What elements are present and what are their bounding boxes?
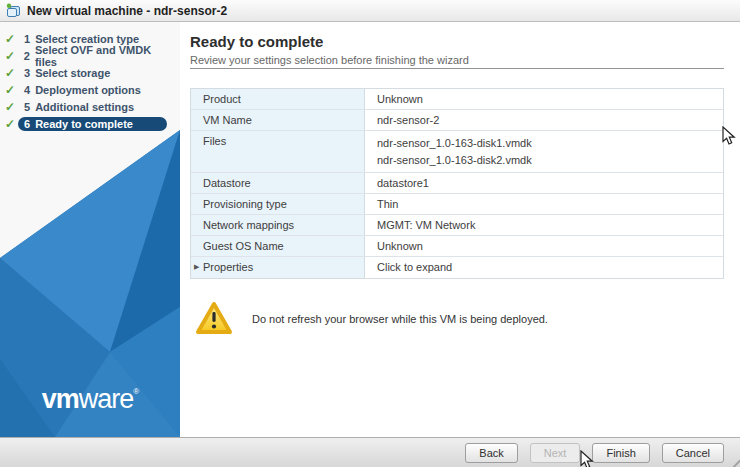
table-row-product: Product Unknown [191, 89, 723, 110]
wizard-window: New virtual machine - ndr-sensor-2 ✓ 1Se… [0, 0, 740, 467]
check-icon: ✓ [5, 83, 18, 97]
step-number: 3 [24, 67, 30, 79]
table-row-vm-name: VM Name ndr-sensor-2 [191, 110, 723, 131]
check-icon: ✓ [5, 100, 18, 114]
step-label: Select storage [35, 67, 110, 79]
page-subtitle: Review your settings selection before fi… [190, 54, 469, 66]
resize-grip-icon[interactable] [727, 454, 740, 467]
check-icon: ✓ [5, 49, 18, 63]
table-row-guest-os-name: Guest OS Name Unknown [191, 236, 723, 257]
deployment-warning: Do not refresh your browser while this V… [194, 300, 548, 337]
cancel-button[interactable]: Cancel [662, 443, 724, 463]
vmware-logo: vmware® [0, 384, 180, 415]
step-label: Deployment options [35, 84, 141, 96]
check-icon: ✓ [5, 32, 18, 46]
row-label[interactable]: ▶ Properties [191, 257, 365, 278]
header-divider [190, 68, 724, 69]
table-row-files: Files ndr-sensor_1.0-163-disk1.vmdk ndr-… [191, 131, 723, 173]
page-title: Ready to complete [190, 33, 323, 50]
row-label: VM Name [191, 110, 365, 130]
row-value: Unknown [365, 236, 723, 256]
wizard-content-pane: Ready to complete Review your settings s… [180, 22, 740, 437]
back-button[interactable]: Back [465, 443, 517, 463]
row-label: Guest OS Name [191, 236, 365, 256]
chevron-right-icon[interactable]: ▶ [194, 263, 199, 271]
table-row-datastore: Datastore datastore1 [191, 173, 723, 194]
sidebar-step-5[interactable]: ✓ 5Additional settings [0, 98, 180, 115]
wizard-step-list: ✓ 1Select creation type ✓ 2Select OVF an… [0, 30, 180, 132]
sidebar-step-2[interactable]: ✓ 2Select OVF and VMDK files [0, 47, 180, 64]
wizard-footer: Back Next Finish Cancel [0, 437, 740, 467]
wizard-steps-sidebar: ✓ 1Select creation type ✓ 2Select OVF an… [0, 22, 180, 437]
check-icon: ✓ [5, 117, 18, 131]
window-title: New virtual machine - ndr-sensor-2 [27, 4, 227, 18]
step-number: 4 [24, 84, 30, 96]
row-label: Provisioning type [191, 194, 365, 214]
row-value: ndr-sensor-2 [365, 110, 723, 130]
step-label: Additional settings [35, 101, 134, 113]
warning-triangle-icon [194, 300, 234, 337]
sidebar-step-4[interactable]: ✓ 4Deployment options [0, 81, 180, 98]
step-number: 5 [24, 101, 30, 113]
warning-message: Do not refresh your browser while this V… [252, 313, 548, 325]
step-number: 2 [24, 50, 30, 62]
next-button[interactable]: Next [530, 443, 581, 463]
table-row-properties[interactable]: ▶ Properties Click to expand [191, 257, 723, 278]
window-titlebar: New virtual machine - ndr-sensor-2 [0, 0, 740, 22]
row-value: datastore1 [365, 173, 723, 193]
finish-button[interactable]: Finish [592, 443, 649, 463]
row-label: Files [191, 131, 365, 172]
table-row-network-mappings: Network mappings MGMT: VM Network [191, 215, 723, 236]
row-label: Network mappings [191, 215, 365, 235]
row-value: MGMT: VM Network [365, 215, 723, 235]
file-name: ndr-sensor_1.0-163-disk2.vmdk [377, 152, 719, 169]
row-value-expandable[interactable]: Click to expand [365, 257, 723, 278]
step-label: Select OVF and VMDK files [35, 44, 174, 68]
check-icon: ✓ [5, 66, 18, 80]
new-vm-icon [6, 3, 21, 18]
row-value: Thin [365, 194, 723, 214]
file-name: ndr-sensor_1.0-163-disk1.vmdk [377, 135, 719, 152]
row-label: Datastore [191, 173, 365, 193]
row-value: ndr-sensor_1.0-163-disk1.vmdk ndr-sensor… [365, 131, 723, 172]
row-label: Product [191, 89, 365, 109]
table-row-provisioning-type: Provisioning type Thin [191, 194, 723, 215]
row-value: Unknown [365, 89, 723, 109]
summary-table: Product Unknown VM Name ndr-sensor-2 Fil… [190, 88, 724, 279]
sidebar-step-6-active[interactable]: ✓ 6Ready to complete [0, 115, 180, 132]
step-number: 6 [24, 118, 30, 130]
step-label: Ready to complete [35, 118, 133, 130]
